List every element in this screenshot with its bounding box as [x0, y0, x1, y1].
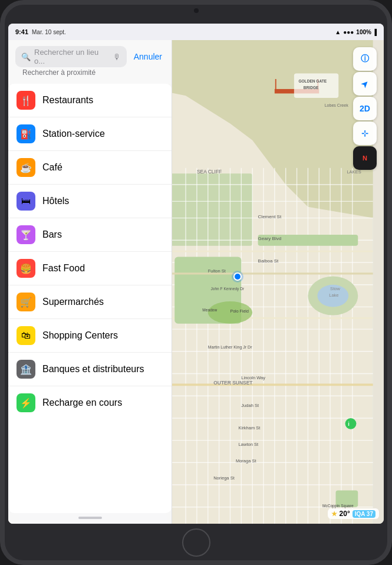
svg-text:i: i	[348, 421, 350, 427]
recharge-label: Recharge en cours	[42, 398, 122, 408]
cafe-label: Café	[42, 162, 62, 173]
screen: 9:41 Mar. 10 sept. ▲ ●●● 100% ▐	[8, 24, 384, 524]
nearby-label: Rechercher à proximité	[15, 67, 164, 80]
svg-text:Geary Blvd: Geary Blvd	[258, 236, 282, 241]
status-right: ▲ ●●● 100% ▐	[335, 29, 377, 35]
station-service-label: Station-service	[42, 129, 105, 139]
poi-item-restaurants[interactable]: 🍴Restaurants	[8, 84, 172, 117]
station-service-icon: ⛽	[17, 124, 35, 143]
poi-item-recharge[interactable]: ⚡Recharge en cours	[8, 386, 172, 419]
temperature-badge: ★ 20° IQA 37	[328, 508, 379, 519]
svg-text:Lobes Creek: Lobes Creek	[325, 103, 348, 107]
svg-text:Balboa St: Balboa St	[258, 258, 279, 264]
view-2d-button[interactable]: 2D	[353, 97, 377, 120]
search-placeholder: Rechercher un lieu o...	[34, 48, 110, 65]
compass-button[interactable]: N	[353, 146, 377, 170]
svg-text:Polo Field: Polo Field	[230, 309, 248, 313]
signal-icon: ●●●	[343, 29, 354, 35]
location-button[interactable]: ➤	[353, 72, 377, 96]
restaurants-label: Restaurants	[42, 95, 93, 106]
search-bar-row: 🔍 Rechercher un lieu o... 🎙 Annuler	[15, 46, 164, 67]
svg-text:Stow: Stow	[330, 286, 340, 291]
binoculars-icon: ⊹	[361, 129, 368, 138]
poi-item-cafe[interactable]: ☕Café	[8, 151, 172, 185]
location-dot	[233, 272, 242, 281]
cafe-icon: ☕	[17, 158, 35, 177]
svg-text:Clement St: Clement St	[258, 214, 282, 219]
supermarches-icon: 🛒	[17, 293, 35, 311]
svg-text:GOLDEN GATE: GOLDEN GATE	[298, 79, 327, 83]
status-time: 9:41	[15, 28, 28, 35]
fast-food-icon: 🍔	[17, 259, 35, 278]
search-icon: 🔍	[21, 52, 31, 61]
binoculars-button[interactable]: ⊹	[353, 121, 377, 145]
search-panel: 🔍 Rechercher un lieu o... 🎙 Annuler Rech…	[8, 40, 172, 524]
compass-icon: N	[363, 155, 367, 162]
poi-item-station-service[interactable]: ⛽Station-service	[8, 117, 172, 151]
bars-label: Bars	[42, 229, 62, 240]
shopping-centers-label: Shopping Centers	[42, 330, 118, 341]
scroll-handle	[78, 517, 102, 519]
star-icon: ★	[331, 510, 337, 518]
svg-text:Kirkham St: Kirkham St	[239, 425, 261, 431]
svg-text:Moraga St: Moraga St	[236, 458, 257, 464]
restaurants-icon: 🍴	[17, 91, 35, 110]
poi-item-hotels[interactable]: 🛏Hôtels	[8, 185, 172, 218]
status-bar: 9:41 Mar. 10 sept. ▲ ●●● 100% ▐	[8, 24, 384, 40]
shopping-centers-icon: 🛍	[17, 326, 35, 345]
poi-item-fast-food[interactable]: 🍔Fast Food	[8, 252, 172, 285]
svg-text:Meadow: Meadow	[202, 308, 217, 312]
svg-text:Martin Luther King Jr Dr: Martin Luther King Jr Dr	[208, 345, 252, 350]
bars-icon: 🍸	[17, 225, 35, 244]
poi-item-shopping-centers[interactable]: 🛍Shopping Centers	[8, 319, 172, 353]
search-bar-container: 🔍 Rechercher un lieu o... 🎙 Annuler Rech…	[8, 40, 172, 84]
poi-item-bars[interactable]: 🍸Bars	[8, 218, 172, 252]
cancel-button[interactable]: Annuler	[131, 52, 164, 61]
battery-icon: 100% ▐	[356, 29, 377, 35]
svg-text:Fulton St: Fulton St	[208, 268, 226, 274]
status-date: Mar. 10 sept.	[32, 29, 66, 35]
svg-text:Lawton St: Lawton St	[239, 442, 259, 447]
svg-text:SEA CLIFF: SEA CLIFF	[197, 169, 222, 175]
supermarches-label: Supermarchés	[42, 297, 104, 307]
poi-list: 🍴Restaurants⛽Station-service☕Café🛏Hôtels…	[8, 84, 172, 513]
svg-point-73	[345, 418, 357, 429]
fast-food-label: Fast Food	[42, 263, 85, 274]
svg-text:Judah St: Judah St	[241, 403, 259, 408]
home-button[interactable]	[182, 528, 210, 557]
banques-icon: 🏦	[17, 360, 35, 379]
hotels-icon: 🛏	[17, 192, 35, 211]
ipad-frame: 9:41 Mar. 10 sept. ▲ ●●● 100% ▐	[0, 0, 392, 565]
banques-label: Banques et distributeurs	[42, 364, 144, 375]
recharge-icon: ⚡	[17, 393, 35, 412]
mic-icon: 🎙	[113, 52, 121, 61]
map-controls: ⓘ ➤ 2D ⊹ N	[353, 47, 377, 170]
svg-text:OUTER SUNSET: OUTER SUNSET	[213, 380, 253, 386]
svg-text:McCoppin Square: McCoppin Square	[322, 504, 354, 508]
svg-text:LAKES: LAKES	[347, 169, 361, 175]
temperature-value: 20°	[340, 510, 350, 518]
poi-item-supermarches[interactable]: 🛒Supermarchés	[8, 285, 172, 319]
hotels-label: Hôtels	[42, 196, 69, 206]
camera-dot	[194, 8, 199, 13]
info-icon: ⓘ	[361, 54, 369, 64]
wifi-icon: ▲	[335, 29, 341, 35]
svg-text:BRIDGE: BRIDGE	[304, 86, 319, 90]
location-arrow-icon: ➤	[359, 78, 371, 90]
info-button[interactable]: ⓘ	[353, 47, 377, 71]
view-label: 2D	[360, 104, 370, 113]
svg-text:Noriega St: Noriega St	[213, 475, 235, 481]
svg-text:John F Kennedy Dr: John F Kennedy Dr	[210, 287, 244, 291]
search-bar[interactable]: 🔍 Rechercher un lieu o... 🎙	[15, 46, 127, 67]
poi-item-banques[interactable]: 🏦Banques et distributeurs	[8, 353, 172, 386]
aqi-badge: IQA 37	[353, 510, 375, 518]
svg-text:Lake: Lake	[329, 293, 338, 298]
